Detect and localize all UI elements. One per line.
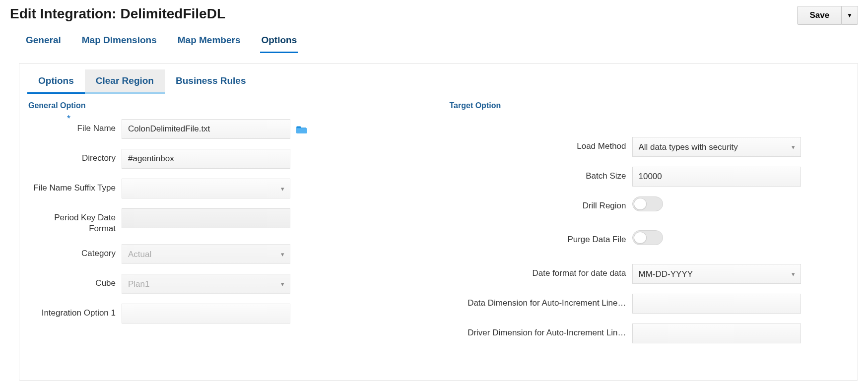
section-target-option: Target Option [450, 101, 850, 110]
tab-map-dimensions[interactable]: Map Dimensions [81, 31, 158, 53]
label-file-name-suffix-type: File Name Suffix Type [27, 179, 122, 193]
batch-size-input[interactable] [632, 167, 801, 187]
subtab-options[interactable]: Options [27, 69, 85, 94]
save-menu-caret[interactable]: ▼ [842, 6, 858, 25]
caret-down-icon: ▼ [847, 12, 853, 19]
section-general-option: General Option [28, 101, 429, 110]
drill-region-toggle[interactable] [632, 196, 663, 211]
label-integration-option-1: Integration Option 1 [27, 304, 122, 319]
label-category: Category [27, 244, 122, 259]
label-directory: Directory [27, 149, 122, 164]
label-date-format: Date format for date data [449, 264, 632, 279]
category-select: Actual [122, 244, 290, 264]
driver-dimension-auto-increment-input[interactable] [632, 323, 801, 343]
tab-options[interactable]: Options [260, 31, 298, 53]
date-format-select[interactable]: MM-DD-YYYY [632, 264, 801, 284]
file-name-input[interactable] [122, 119, 290, 139]
options-panel: Options Clear Region Business Rules Gene… [19, 63, 858, 381]
required-star-icon: * [67, 113, 70, 125]
purge-data-file-toggle[interactable] [632, 230, 663, 245]
browse-folder-icon[interactable] [296, 125, 307, 133]
primary-tabs: General Map Dimensions Map Members Optio… [10, 28, 858, 53]
label-file-name: * File Name [27, 119, 122, 134]
directory-input[interactable] [122, 149, 290, 169]
page-title: Edit Integration: DelimitedFileDL [10, 6, 225, 22]
load-method-select[interactable]: All data types with security [632, 137, 801, 157]
label-purge-data-file: Purge Data File [449, 230, 632, 245]
period-key-date-format-input [122, 208, 290, 228]
secondary-tabs: Options Clear Region Business Rules [19, 69, 858, 94]
label-cube: Cube [27, 274, 122, 289]
cube-select: Plan1 [122, 274, 290, 294]
file-name-suffix-type-select[interactable] [122, 179, 290, 198]
save-button[interactable]: Save [797, 6, 842, 25]
subtab-clear-region[interactable]: Clear Region [85, 69, 165, 94]
integration-option-1-input[interactable] [122, 304, 290, 323]
tab-general[interactable]: General [25, 31, 62, 53]
tab-map-members[interactable]: Map Members [177, 31, 242, 53]
label-period-key-date-format: Period Key Date Format [27, 208, 122, 234]
subtab-business-rules[interactable]: Business Rules [165, 69, 257, 94]
label-batch-size: Batch Size [449, 167, 632, 182]
label-load-method: Load Method [449, 137, 632, 152]
label-data-dimension-auto-increment: Data Dimension for Auto-Increment Line… [449, 294, 632, 309]
data-dimension-auto-increment-input[interactable] [632, 294, 801, 314]
label-drill-region: Drill Region [449, 196, 632, 211]
label-driver-dimension-auto-increment: Driver Dimension for Auto-Increment Lin… [449, 323, 632, 338]
